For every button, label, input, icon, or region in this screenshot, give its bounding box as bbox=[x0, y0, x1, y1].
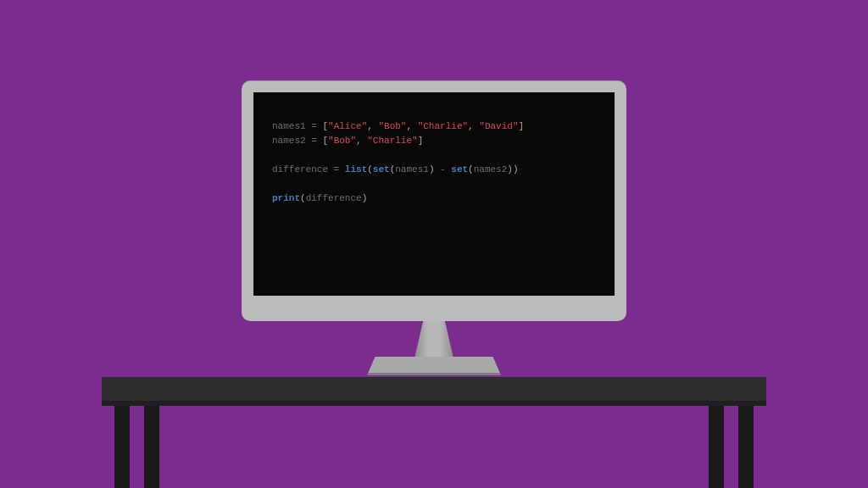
desk-leg bbox=[709, 406, 724, 488]
variable-ref: names1 bbox=[395, 164, 429, 175]
desk-leg bbox=[144, 406, 159, 488]
paren-open: ( bbox=[367, 164, 373, 175]
builtin-print: print bbox=[272, 193, 300, 203]
minus-op: - bbox=[434, 164, 451, 175]
monitor-stand-base bbox=[367, 357, 501, 375]
string-literal: "Bob" bbox=[328, 136, 356, 146]
string-literal: "Charlie" bbox=[418, 121, 468, 131]
variable-ref: difference bbox=[306, 193, 362, 203]
variable-ref: names2 bbox=[474, 164, 508, 175]
paren-close: ) bbox=[362, 193, 368, 203]
desk-edge bbox=[102, 401, 766, 406]
code-line-1: names1 = ["Alice", "Bob", "Charlie", "Da… bbox=[272, 121, 524, 131]
desk-leg bbox=[738, 406, 754, 488]
code-screen: names1 = ["Alice", "Bob", "Charlie", "Da… bbox=[253, 92, 615, 296]
comma: , bbox=[367, 121, 378, 131]
monitor-bezel: names1 = ["Alice", "Bob", "Charlie", "Da… bbox=[242, 80, 626, 321]
comma: , bbox=[468, 121, 479, 131]
string-literal: "Alice" bbox=[328, 121, 367, 131]
variable-name: names2 bbox=[272, 136, 306, 146]
comma: , bbox=[356, 136, 367, 146]
paren-open: ( bbox=[468, 164, 474, 175]
assign-op: = bbox=[306, 136, 323, 146]
assign-op: = bbox=[306, 121, 323, 131]
desk-surface bbox=[102, 377, 766, 401]
bracket-close: ] bbox=[418, 136, 424, 146]
monitor-stand-neck bbox=[415, 321, 453, 358]
builtin-list: list bbox=[345, 164, 367, 175]
variable-name: names1 bbox=[272, 121, 306, 131]
paren-close: ) bbox=[507, 164, 513, 175]
string-literal: "Charlie" bbox=[367, 136, 417, 146]
code-line-4: print(difference) bbox=[272, 193, 367, 203]
comma: , bbox=[406, 121, 417, 131]
code-line-2: names2 = ["Bob", "Charlie"] bbox=[272, 136, 423, 146]
builtin-set: set bbox=[373, 164, 390, 175]
paren-close: ) bbox=[513, 164, 519, 175]
monitor: names1 = ["Alice", "Bob", "Charlie", "Da… bbox=[242, 80, 626, 321]
paren-open: ( bbox=[300, 193, 306, 203]
string-literal: "Bob" bbox=[378, 121, 406, 131]
variable-name: difference bbox=[272, 164, 328, 175]
bracket-close: ] bbox=[519, 121, 525, 131]
builtin-set: set bbox=[451, 164, 468, 175]
assign-op: = bbox=[328, 164, 345, 175]
string-literal: "David" bbox=[479, 121, 518, 131]
code-line-3: difference = list(set(names1) - set(name… bbox=[272, 164, 519, 175]
desk-leg bbox=[114, 406, 130, 488]
